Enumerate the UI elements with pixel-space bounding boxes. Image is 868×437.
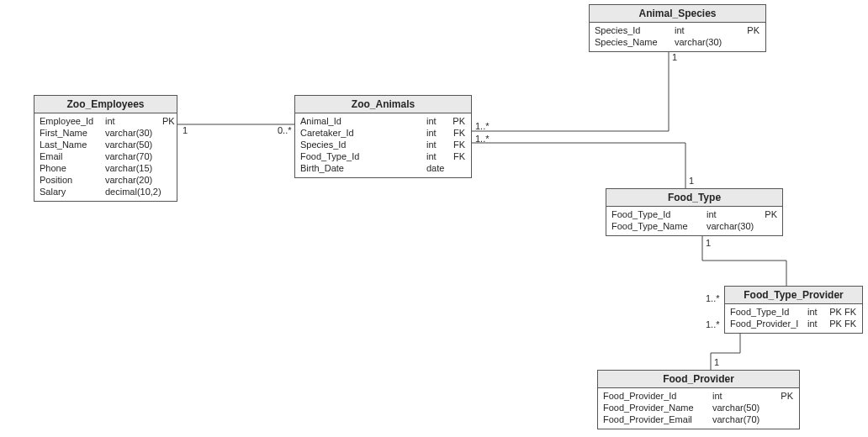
entity-header: Zoo_Animals [295,96,471,113]
mult-label: 1 [183,125,188,135]
attr-row: Phonevarchar(15) [40,162,172,174]
attr-row: Food_Provider_IintPK FK [730,318,857,329]
entity-header: Food_Provider [598,371,799,388]
entity-zoo-animals: Zoo_Animals Animal_IdintPK Caretaker_Idi… [294,95,472,178]
entity-header: Animal_Species [590,5,765,23]
attr-row: Food_Type_Namevarchar(30) [611,220,777,232]
attr-row: First_Namevarchar(30) [40,127,172,139]
attr-row: Food_Type_IdintPK FK [730,306,857,318]
attr-row: Caretaker_IdintFK [300,127,466,139]
attr-row: Emailvarchar(70) [40,150,172,162]
mult-label: 1..* [706,293,720,303]
entity-body: Employee_IdintPK First_Namevarchar(30) L… [34,113,177,201]
attr-row: Positionvarchar(20) [40,174,172,186]
mult-label: 1 [689,176,694,186]
entity-header: Food_Type [606,189,782,207]
entity-zoo-employees: Zoo_Employees Employee_IdintPK First_Nam… [34,95,177,202]
mult-label: 1..* [475,134,490,144]
entity-body: Food_Type_IdintPK Food_Type_Namevarchar(… [606,207,782,235]
entity-body: Food_Type_IdintPK FK Food_Provider_IintP… [725,304,862,333]
attr-row: Food_Provider_IdintPK [603,390,794,402]
attr-row: Salarydecimal(10,2) [40,186,172,197]
entity-animal-species: Animal_Species Species_IdintPK Species_N… [589,4,766,52]
attr-row: Food_Provider_Emailvarchar(70) [603,413,794,425]
entity-body: Species_IdintPK Species_Namevarchar(30) [590,23,765,51]
attr-row: Birth_Datedate [300,162,466,174]
attr-row: Last_Namevarchar(50) [40,139,172,150]
attr-row: Species_IdintFK [300,139,466,150]
attr-row: Food_Provider_Namevarchar(50) [603,402,794,413]
mult-label: 0..* [278,125,292,135]
mult-label: 1 [714,357,719,367]
entity-header: Food_Type_Provider [725,287,862,304]
mult-label: 1 [706,238,711,248]
mult-label: 1..* [706,319,720,329]
attr-row: Food_Type_IdintFK [300,150,466,162]
mult-label: 1 [672,52,677,62]
entity-body: Food_Provider_IdintPK Food_Provider_Name… [598,388,799,429]
attr-row: Food_Type_IdintPK [611,208,777,220]
mult-label: 1..* [475,121,490,131]
entity-food-type: Food_Type Food_Type_IdintPK Food_Type_Na… [606,188,783,236]
attr-row: Species_Namevarchar(30) [595,36,760,48]
entity-food-type-provider: Food_Type_Provider Food_Type_IdintPK FK … [724,286,863,334]
entity-header: Zoo_Employees [34,96,177,113]
attr-row: Species_IdintPK [595,24,760,36]
entity-body: Animal_IdintPK Caretaker_IdintFK Species… [295,113,471,177]
attr-row: Animal_IdintPK [300,115,466,127]
entity-food-provider: Food_Provider Food_Provider_IdintPK Food… [597,370,800,429]
attr-row: Employee_IdintPK [40,115,172,127]
